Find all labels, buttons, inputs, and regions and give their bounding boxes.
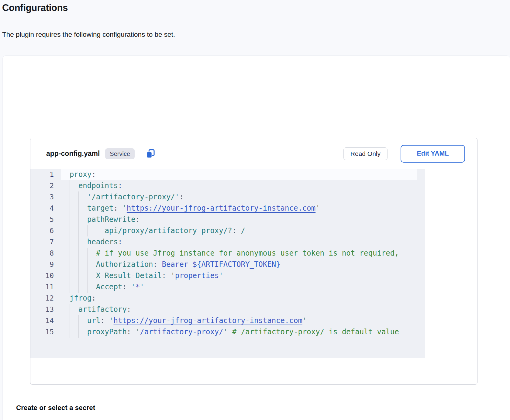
code-line: 2 endpoints: bbox=[30, 180, 417, 191]
code-line: 5 pathRewrite: bbox=[30, 214, 417, 225]
code-line: 6 api/proxy/artifactory-proxy/?: / bbox=[30, 225, 417, 236]
line-number: 3 bbox=[30, 191, 61, 203]
code-line: 7 headers: bbox=[30, 236, 417, 248]
card-header: app-config.yaml Service Read Only Edit Y… bbox=[30, 138, 477, 169]
indent-guide bbox=[70, 203, 70, 214]
service-badge: Service bbox=[105, 148, 135, 159]
line-content: # if you use Jfrog instance for anonymou… bbox=[61, 248, 417, 259]
code-line: 4 target: 'https://your-jfrog-artifactor… bbox=[30, 203, 417, 214]
line-content: Accept: '*' bbox=[61, 281, 417, 293]
line-content: api/proxy/artifactory-proxy/?: / bbox=[61, 225, 417, 236]
indent-guide bbox=[78, 191, 79, 203]
indent-guide bbox=[87, 270, 88, 281]
editor-scrollbar[interactable] bbox=[417, 169, 425, 358]
indent-guide bbox=[78, 236, 79, 248]
indent-guide bbox=[78, 248, 79, 259]
edit-yaml-button[interactable]: Edit YAML bbox=[401, 145, 465, 163]
line-number: 10 bbox=[30, 270, 61, 281]
indent-guide bbox=[78, 259, 79, 270]
content-panel: app-config.yaml Service Read Only Edit Y… bbox=[2, 55, 510, 420]
code-line: 10 X-Result-Detail: 'properties' bbox=[30, 270, 417, 281]
indent-guide bbox=[70, 236, 70, 248]
code-line: 12jfrog: bbox=[30, 293, 417, 304]
indent-guide bbox=[87, 259, 88, 270]
indent-guide bbox=[87, 281, 88, 293]
indent-guide bbox=[78, 214, 79, 225]
indent-guide bbox=[70, 304, 70, 315]
code-line: 15 proxyPath: '/artifactory-proxy/' # /a… bbox=[30, 326, 417, 338]
code-line: 1proxy: bbox=[30, 169, 417, 180]
line-content: jfrog: bbox=[61, 293, 417, 304]
line-number: 1 bbox=[30, 169, 61, 180]
line-number: 14 bbox=[30, 315, 61, 326]
indent-guide bbox=[78, 270, 79, 281]
yaml-code-editor[interactable]: 1proxy:2 endpoints:3 '/artifactory-proxy… bbox=[30, 169, 425, 358]
line-content: endpoints: bbox=[61, 180, 417, 191]
indent-guide bbox=[70, 248, 70, 259]
line-content: target: 'https://your-jfrog-artifactory-… bbox=[61, 203, 417, 214]
indent-guide bbox=[78, 281, 79, 293]
copy-icon bbox=[145, 148, 156, 160]
line-number: 5 bbox=[30, 214, 61, 225]
indent-guide bbox=[78, 203, 79, 214]
copy-button[interactable] bbox=[144, 148, 157, 160]
code-line: 13 artifactory: bbox=[30, 304, 417, 315]
line-number: 7 bbox=[30, 236, 61, 248]
line-number: 13 bbox=[30, 304, 61, 315]
page-subtitle: The plugin requires the following config… bbox=[2, 31, 175, 39]
line-number: 4 bbox=[30, 203, 61, 214]
code-line: 8 # if you use Jfrog instance for anonym… bbox=[30, 248, 417, 259]
line-number: 6 bbox=[30, 225, 61, 236]
code-line: 9 Authorization: Bearer ${ARTIFACTORY_TO… bbox=[30, 259, 417, 270]
indent-guide bbox=[70, 281, 70, 293]
indent-guide bbox=[70, 191, 70, 203]
page-title: Configurations bbox=[2, 2, 68, 13]
indent-guide bbox=[70, 326, 70, 338]
indent-guide bbox=[70, 270, 70, 281]
line-content: X-Result-Detail: 'properties' bbox=[61, 270, 417, 281]
indent-guide bbox=[70, 315, 70, 326]
indent-guide bbox=[96, 225, 96, 236]
file-name: app-config.yaml bbox=[46, 150, 100, 158]
line-content: url: 'https://your-jfrog-artifactory-ins… bbox=[61, 315, 417, 326]
code-line: 14 url: 'https://your-jfrog-artifactory-… bbox=[30, 315, 417, 326]
read-only-button[interactable]: Read Only bbox=[343, 147, 388, 160]
line-number: 15 bbox=[30, 326, 61, 338]
line-content: pathRewrite: bbox=[61, 214, 417, 225]
line-number: 8 bbox=[30, 248, 61, 259]
line-number: 9 bbox=[30, 259, 61, 270]
line-content: headers: bbox=[61, 236, 417, 248]
code-line: 3 '/artifactory-proxy/': bbox=[30, 191, 417, 203]
indent-guide bbox=[70, 225, 70, 236]
indent-guide bbox=[70, 180, 70, 191]
indent-guide bbox=[70, 214, 70, 225]
code-line: 11 Accept: '*' bbox=[30, 281, 417, 293]
indent-guide bbox=[70, 259, 70, 270]
line-content: proxy: bbox=[61, 169, 417, 180]
line-content: artifactory: bbox=[61, 304, 417, 315]
indent-guide bbox=[87, 225, 88, 236]
indent-guide bbox=[87, 248, 88, 259]
indent-guide bbox=[78, 326, 79, 338]
line-number: 2 bbox=[30, 180, 61, 191]
indent-guide bbox=[78, 315, 79, 326]
line-content: proxyPath: '/artifactory-proxy/' # /arti… bbox=[61, 326, 417, 338]
line-content: '/artifactory-proxy/': bbox=[61, 191, 417, 203]
line-number: 11 bbox=[30, 281, 61, 293]
line-number: 12 bbox=[30, 293, 61, 304]
secret-section-heading: Create or select a secret bbox=[16, 404, 95, 412]
indent-guide bbox=[78, 225, 79, 236]
line-content: Authorization: Bearer ${ARTIFACTORY_TOKE… bbox=[61, 259, 417, 270]
